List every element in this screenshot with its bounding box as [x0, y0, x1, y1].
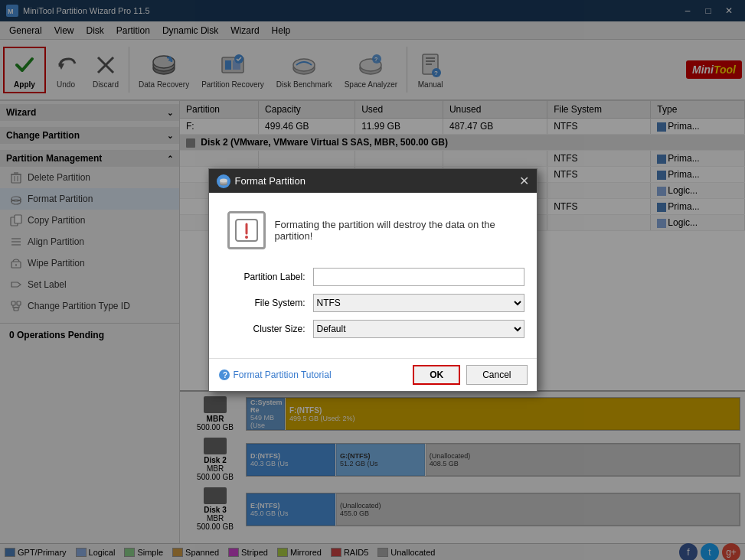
- modal-title-icon: [217, 174, 230, 188]
- file-system-select[interactable]: NTFS FAT32 FAT16 FAT12 exFAT Ext2 Ext3 E…: [313, 294, 524, 312]
- svg-point-47: [245, 236, 248, 239]
- svg-text:?: ?: [223, 371, 227, 379]
- modal-title-bar: Format Partition ✕: [209, 169, 537, 193]
- file-system-label: File System:: [221, 298, 313, 308]
- svg-point-44: [220, 178, 227, 182]
- cancel-button[interactable]: Cancel: [466, 365, 527, 385]
- modal-title-text: Format Partition: [235, 175, 306, 187]
- cluster-size-row: Cluster Size: Default 512 1024 2048 4096: [221, 320, 524, 338]
- file-system-row: File System: NTFS FAT32 FAT16 FAT12 exFA…: [221, 294, 524, 312]
- modal-footer: ? Format Partition Tutorial OK Cancel: [209, 358, 537, 391]
- modal-close-button[interactable]: ✕: [519, 174, 529, 188]
- cluster-size-select[interactable]: Default 512 1024 2048 4096: [313, 320, 524, 338]
- partition-label-row: Partition Label:: [221, 268, 524, 286]
- modal-actions: OK Cancel: [413, 365, 527, 385]
- warning-icon: [227, 211, 266, 249]
- ok-button[interactable]: OK: [413, 365, 460, 385]
- tutorial-link[interactable]: ? Format Partition Tutorial: [218, 369, 332, 381]
- modal-body: Formating the partition will destroy the…: [209, 193, 537, 358]
- modal-warning: Formating the partition will destroy the…: [221, 205, 524, 256]
- partition-label-input[interactable]: [313, 268, 524, 286]
- cluster-size-label: Cluster Size:: [221, 324, 313, 334]
- format-partition-dialog: Format Partition ✕ Formating the partiti…: [208, 168, 538, 392]
- warning-text: Formating the partition will destroy the…: [275, 219, 518, 242]
- partition-label-label: Partition Label:: [221, 272, 313, 282]
- modal-overlay: Format Partition ✕ Formating the partiti…: [0, 0, 745, 560]
